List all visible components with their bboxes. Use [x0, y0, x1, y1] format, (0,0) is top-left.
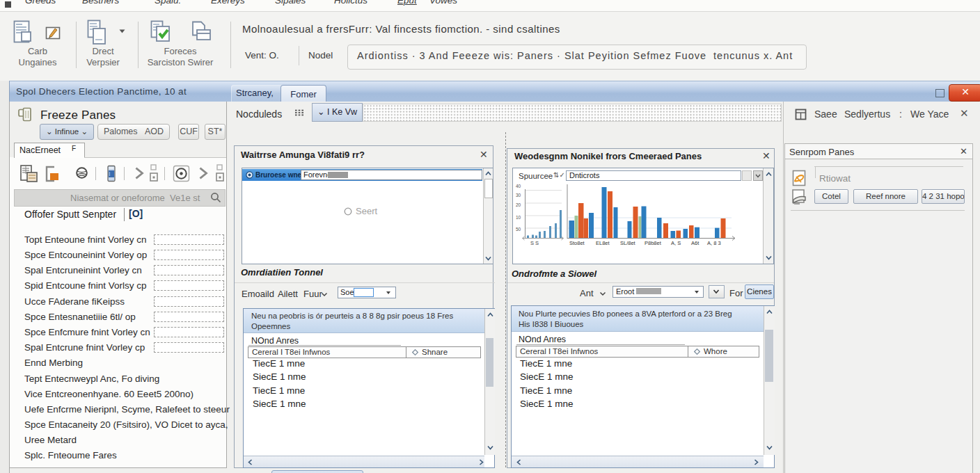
svg-text:40: 40: [516, 184, 521, 189]
svg-text:P8b8et: P8b8et: [645, 240, 662, 246]
svg-text:SL/8et: SL/8et: [620, 240, 636, 246]
svg-text:20: 20: [516, 202, 521, 207]
svg-text:EL8et: EL8et: [596, 240, 610, 246]
svg-text:30: 30: [516, 193, 521, 198]
svg-text:A6t: A6t: [691, 240, 700, 246]
svg-text:A, S: A, S: [671, 240, 681, 246]
svg-text:A, 8 3: A, 8 3: [707, 240, 721, 246]
svg-text:50: 50: [516, 227, 521, 232]
svg-text:S S: S S: [530, 240, 539, 246]
svg-text:10: 10: [516, 215, 521, 220]
svg-text:Sto8et: Sto8et: [569, 240, 585, 246]
